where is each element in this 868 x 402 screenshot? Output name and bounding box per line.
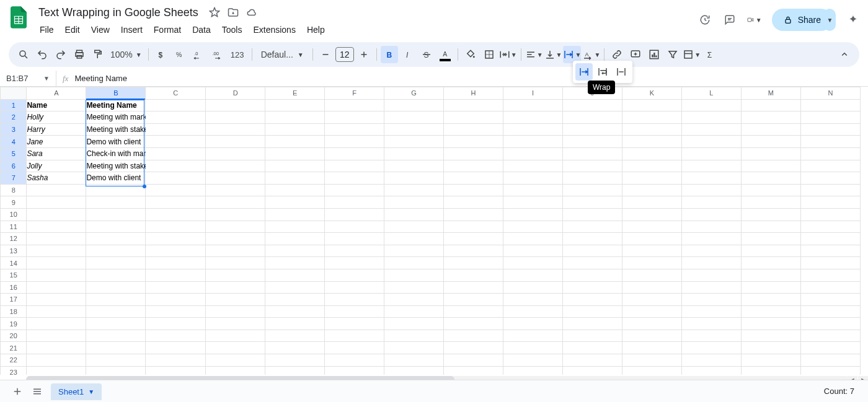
select-all-corner[interactable] — [1, 87, 27, 100]
row-header[interactable]: 21 — [1, 342, 27, 354]
row-header[interactable]: 6 — [1, 160, 27, 172]
row-header[interactable]: 2 — [1, 111, 27, 124]
currency-icon[interactable]: $ — [153, 46, 170, 63]
col-header[interactable]: F — [325, 87, 384, 100]
cell[interactable]: Jolly — [27, 160, 86, 172]
cloud-icon[interactable] — [246, 6, 258, 19]
col-header[interactable]: C — [146, 87, 206, 100]
row-header[interactable]: 16 — [1, 281, 27, 294]
row-header[interactable]: 10 — [1, 208, 27, 221]
document-title[interactable]: Text Wrapping in Google Sheets — [35, 5, 202, 20]
col-header[interactable]: L — [681, 87, 741, 100]
count-label[interactable]: Count: 7 — [824, 387, 861, 396]
row-header[interactable]: 15 — [1, 269, 27, 281]
italic-icon[interactable]: I — [399, 46, 417, 63]
collapse-toolbar-icon[interactable] — [836, 46, 853, 63]
cell[interactable]: Meeting with marketing department — [86, 111, 146, 124]
col-header[interactable]: N — [800, 87, 860, 100]
menu-insert[interactable]: Insert — [116, 22, 148, 37]
search-menus-icon[interactable] — [15, 46, 32, 63]
col-header[interactable]: A — [27, 87, 86, 100]
formula-bar[interactable]: Meeting Name — [74, 74, 868, 83]
row-header[interactable]: 1 — [1, 99, 27, 111]
row-header[interactable]: 4 — [1, 136, 27, 148]
row-header[interactable]: 7 — [1, 172, 27, 185]
cell[interactable]: Holly — [27, 111, 86, 124]
col-header[interactable]: H — [444, 87, 503, 100]
menu-edit[interactable]: Edit — [60, 22, 85, 37]
menu-help[interactable]: Help — [302, 22, 330, 37]
row-header[interactable]: 18 — [1, 305, 27, 318]
history-icon[interactable] — [698, 12, 712, 27]
cell[interactable]: Harry — [27, 123, 86, 136]
meet-icon[interactable]: ▼ — [747, 12, 762, 27]
undo-icon[interactable] — [33, 46, 51, 63]
col-header[interactable]: I — [503, 87, 563, 100]
strikethrough-icon[interactable]: S — [418, 46, 435, 63]
zoom-select[interactable]: 100%▼ — [108, 50, 144, 59]
selection-handle[interactable] — [143, 185, 146, 188]
col-header[interactable]: K — [622, 87, 681, 100]
cell[interactable]: Demo with client — [86, 136, 146, 148]
cell[interactable]: Check-in with manager — [86, 147, 146, 160]
cell[interactable]: Name — [27, 99, 86, 111]
cell[interactable]: Meeting Name — [86, 99, 146, 111]
font-select[interactable]: Defaul...▼ — [256, 50, 309, 59]
spreadsheet-grid[interactable]: A B C D E F G H I J K L M N 1NameMeeting… — [0, 87, 861, 375]
cell[interactable]: Jane — [27, 136, 86, 148]
row-header[interactable]: 5 — [1, 147, 27, 160]
all-sheets-icon[interactable] — [27, 382, 47, 401]
bold-icon[interactable]: B — [381, 46, 398, 63]
percent-icon[interactable]: % — [171, 46, 188, 63]
row-header[interactable]: 19 — [1, 318, 27, 330]
text-color-icon[interactable]: A — [436, 46, 454, 63]
share-dropdown[interactable]: ▼ — [823, 9, 836, 31]
cell[interactable]: Demo with client — [86, 172, 146, 185]
functions-icon[interactable]: Σ — [702, 46, 719, 63]
row-header[interactable]: 20 — [1, 330, 27, 342]
gemini-icon[interactable] — [846, 12, 861, 27]
row-header[interactable]: 14 — [1, 257, 27, 269]
wrap-overflow-icon[interactable] — [575, 63, 593, 81]
row-header[interactable]: 12 — [1, 233, 27, 245]
font-size-input[interactable] — [335, 47, 354, 62]
menu-tools[interactable]: Tools — [217, 22, 247, 37]
cell[interactable]: Sasha — [27, 172, 86, 185]
col-header[interactable]: M — [741, 87, 800, 100]
cell[interactable]: Meeting with stakeholders — [86, 123, 146, 136]
row-header[interactable]: 3 — [1, 123, 27, 136]
menu-view[interactable]: View — [86, 22, 115, 37]
row-header[interactable]: 17 — [1, 294, 27, 306]
sheets-logo[interactable] — [7, 6, 30, 28]
comment-icon[interactable] — [722, 12, 737, 27]
print-icon[interactable] — [71, 46, 88, 63]
redo-icon[interactable] — [52, 46, 69, 63]
cell[interactable]: Sara — [27, 147, 86, 160]
menu-file[interactable]: File — [35, 22, 59, 37]
insert-chart-icon[interactable] — [645, 46, 663, 63]
valign-icon[interactable]: ▼ — [544, 46, 562, 63]
halign-icon[interactable]: ▼ — [525, 46, 543, 63]
col-header[interactable]: G — [384, 87, 444, 100]
menu-data[interactable]: Data — [187, 22, 216, 37]
merge-icon[interactable]: ▼ — [499, 46, 517, 63]
borders-icon[interactable] — [480, 46, 498, 63]
sheet-tab[interactable]: Sheet1▼ — [51, 383, 102, 400]
fill-color-icon[interactable] — [462, 46, 479, 63]
move-icon[interactable] — [227, 6, 239, 19]
menu-format[interactable]: Format — [149, 22, 186, 37]
menu-extensions[interactable]: Extensions — [248, 22, 300, 37]
star-icon[interactable] — [208, 6, 221, 19]
font-size-increase[interactable] — [355, 46, 373, 63]
row-header[interactable]: 22 — [1, 354, 27, 367]
wrap-wrap-icon[interactable] — [594, 63, 611, 81]
cell[interactable]: Meeting with stakeholders — [86, 160, 146, 172]
paint-format-icon[interactable] — [89, 46, 107, 63]
table-views-icon[interactable]: ▼ — [683, 46, 701, 63]
wrap-clip-icon[interactable] — [613, 63, 630, 81]
font-size-decrease[interactable] — [317, 46, 334, 63]
add-sheet-icon[interactable] — [7, 382, 27, 401]
row-header[interactable]: 13 — [1, 245, 27, 257]
row-header[interactable]: 23 — [1, 366, 27, 375]
row-header[interactable]: 9 — [1, 196, 27, 209]
